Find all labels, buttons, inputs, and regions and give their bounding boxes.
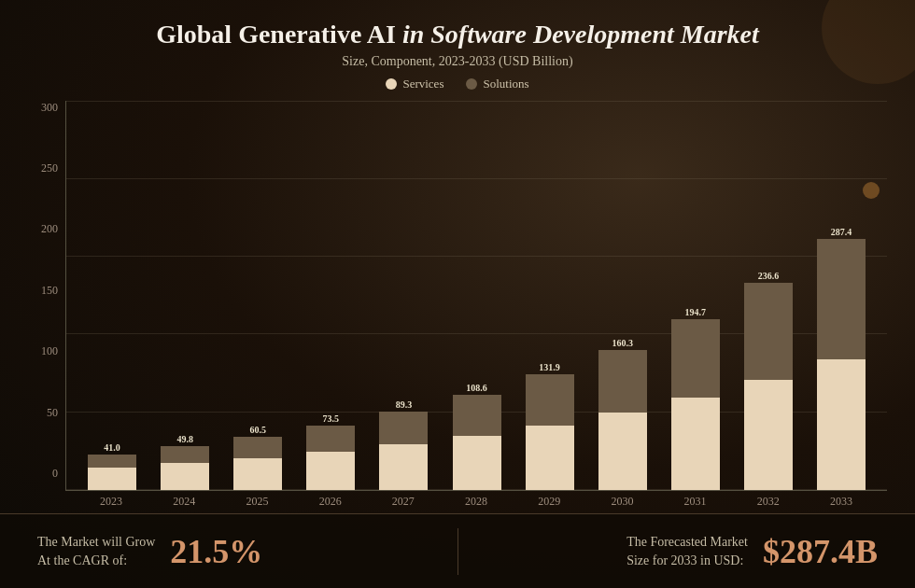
x-axis-label: 2032 xyxy=(732,491,805,509)
legend-solutions-label: Solutions xyxy=(483,77,528,91)
y-axis-label: 250 xyxy=(41,161,58,175)
x-axis-label: 2029 xyxy=(513,491,585,509)
bar-stack xyxy=(161,446,209,490)
bar-stack xyxy=(233,437,282,490)
bar-value-label: 60.5 xyxy=(249,425,266,435)
market-label: The Forecasted MarketSize for 2033 in US… xyxy=(626,533,748,569)
bar-solutions xyxy=(306,426,355,452)
bar-stack xyxy=(379,412,428,490)
y-axis-label: 300 xyxy=(41,101,58,115)
cagr-label: The Market will GrowAt the CAGR of: xyxy=(37,533,155,569)
bar-group: 60.5 xyxy=(221,425,294,490)
bar-services xyxy=(744,380,793,490)
bar-value-label: 49.8 xyxy=(176,434,193,444)
bar-services xyxy=(306,452,355,490)
bar-group: 41.0 xyxy=(76,442,148,490)
bar-services xyxy=(598,413,647,490)
bar-solutions xyxy=(233,437,282,458)
bar-stack xyxy=(453,395,501,490)
y-axis-label: 200 xyxy=(41,222,58,236)
bar-solutions xyxy=(379,412,428,444)
bar-stack xyxy=(88,455,136,490)
footer-right: The Forecasted MarketSize for 2033 in US… xyxy=(486,532,879,571)
bar-group: 49.8 xyxy=(148,434,221,490)
bar-value-label: 194.7 xyxy=(685,307,707,317)
market-value: $287.4B xyxy=(763,532,878,571)
footer-divider xyxy=(458,528,458,575)
x-axis-label: 2024 xyxy=(148,491,220,509)
bar-solutions xyxy=(526,374,574,425)
bar-group: 108.6 xyxy=(440,383,513,490)
x-axis-label: 2031 xyxy=(659,491,732,509)
bar-services xyxy=(379,444,428,490)
bar-stack xyxy=(526,374,574,490)
grid-line xyxy=(66,178,887,179)
bar-services xyxy=(817,359,866,490)
chart-subtitle: Size, Component, 2023-2033 (USD Billion) xyxy=(28,54,887,69)
legend-services: Services xyxy=(386,77,443,91)
footer-left: The Market will GrowAt the CAGR of: 21.5… xyxy=(37,532,429,571)
bar-services xyxy=(161,463,209,490)
bar-services xyxy=(671,398,720,490)
x-labels: 2023202420252026202720282029203020312032… xyxy=(65,491,887,509)
main-container: Global Generative AI in Software Develop… xyxy=(0,0,915,588)
bar-value-label: 236.6 xyxy=(758,271,780,281)
bar-group: 287.4 xyxy=(805,227,878,490)
bar-solutions xyxy=(88,455,136,468)
y-axis-label: 100 xyxy=(41,344,58,358)
cagr-value: 21.5% xyxy=(170,532,262,571)
bar-group: 236.6 xyxy=(732,271,805,490)
bar-value-label: 160.3 xyxy=(612,338,633,348)
bar-services xyxy=(453,436,501,490)
page-title: Global Generative AI in Software Develop… xyxy=(28,19,887,50)
bar-solutions xyxy=(598,350,647,413)
bar-group: 194.7 xyxy=(659,307,732,490)
bar-group: 160.3 xyxy=(586,338,659,490)
x-axis-label: 2027 xyxy=(367,491,440,509)
bar-value-label: 108.6 xyxy=(466,383,487,393)
footer: The Market will GrowAt the CAGR of: 21.5… xyxy=(0,513,915,588)
bar-group: 89.3 xyxy=(367,399,440,490)
y-axis-label: 0 xyxy=(52,467,58,481)
legend-services-dot xyxy=(386,78,397,90)
chart-inner: 41.049.860.573.589.3108.6131.9160.3194.7… xyxy=(65,101,887,509)
chart-area: 300250200150100500 41.049.860.573.589.31… xyxy=(28,101,887,513)
bar-solutions xyxy=(671,319,720,398)
bar-value-label: 287.4 xyxy=(831,227,852,237)
bar-solutions xyxy=(453,395,501,436)
bar-solutions xyxy=(161,446,209,463)
bar-stack xyxy=(744,283,793,490)
bar-stack xyxy=(306,426,355,490)
legend-services-label: Services xyxy=(402,77,443,91)
y-axis-label: 50 xyxy=(47,406,58,420)
bar-services xyxy=(526,426,574,490)
bar-solutions xyxy=(817,239,866,359)
bar-group: 73.5 xyxy=(294,413,367,490)
legend-solutions-dot xyxy=(466,78,477,90)
bar-stack xyxy=(817,239,866,490)
x-axis-label: 2033 xyxy=(805,491,878,509)
legend-solutions: Solutions xyxy=(466,77,528,91)
bar-services xyxy=(88,468,136,490)
x-axis-label: 2026 xyxy=(294,491,367,509)
bar-value-label: 41.0 xyxy=(104,442,120,453)
bar-group: 131.9 xyxy=(514,362,586,490)
grid-line xyxy=(66,101,887,102)
bar-stack xyxy=(671,319,720,490)
x-axis-label: 2028 xyxy=(440,491,513,509)
bar-solutions xyxy=(744,283,793,380)
bar-value-label: 73.5 xyxy=(323,413,340,424)
bar-value-label: 89.3 xyxy=(396,399,413,410)
bar-value-label: 131.9 xyxy=(539,362,560,372)
y-axis: 300250200150100500 xyxy=(28,101,65,509)
x-axis-label: 2023 xyxy=(75,491,148,509)
grid-line xyxy=(66,256,887,257)
chart-legend: Services Solutions xyxy=(28,77,887,91)
bar-stack xyxy=(598,350,647,490)
bars-container: 41.049.860.573.589.3108.6131.9160.3194.7… xyxy=(65,101,887,491)
x-axis-label: 2025 xyxy=(220,491,293,509)
x-axis-label: 2030 xyxy=(585,491,658,509)
y-axis-label: 150 xyxy=(41,284,58,298)
bar-services xyxy=(233,458,282,490)
